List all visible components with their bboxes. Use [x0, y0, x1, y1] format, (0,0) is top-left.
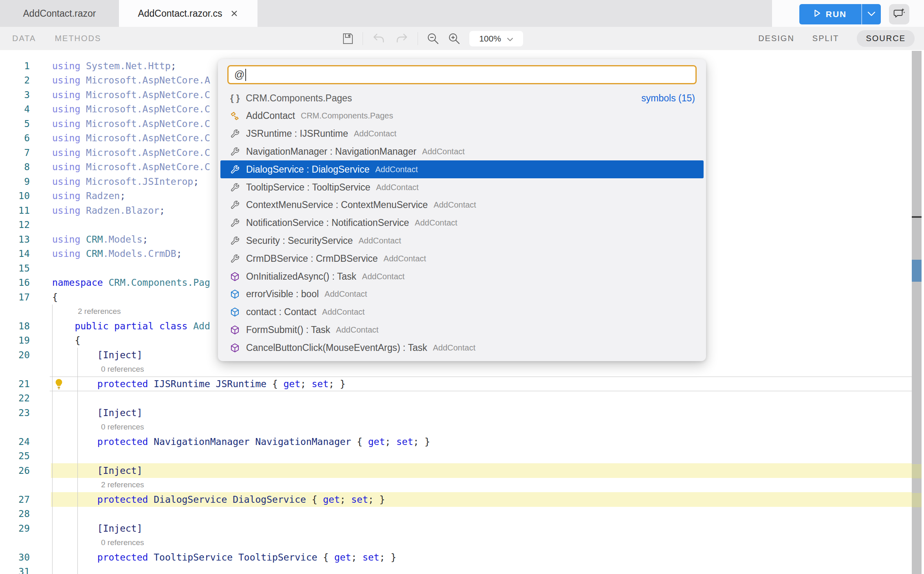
- tab-addcontact-razor-cs[interactable]: AddContact.razor.cs: [119, 0, 257, 27]
- field-icon: [230, 307, 240, 317]
- symbol-item[interactable]: CrmDBService : CrmDBServiceAddContact: [218, 250, 706, 267]
- symbol-label: DialogService : DialogService: [246, 164, 370, 175]
- code-line-content: protected NavigationManager NavigationMa…: [30, 436, 430, 447]
- view-split-button[interactable]: SPLIT: [812, 34, 839, 43]
- line-number: 1: [0, 61, 30, 71]
- code-line-content: using CRM.Models.CrmDB;: [30, 248, 182, 259]
- undo-button[interactable]: [372, 33, 386, 44]
- scrollbar-highlight-marker: [912, 493, 922, 507]
- code-line-row[interactable]: 24 protected NavigationManager Navigatio…: [0, 434, 924, 449]
- line-number: 24: [0, 436, 30, 447]
- line-number: 13: [0, 234, 30, 245]
- run-options-button[interactable]: [861, 4, 881, 24]
- symbol-context: AddContact: [383, 254, 426, 263]
- symbol-context: AddContact: [422, 147, 465, 156]
- line-number: 10: [0, 191, 30, 201]
- codelens-row[interactable]: 0 references: [0, 420, 924, 435]
- code-line-row[interactable]: 31: [0, 565, 924, 574]
- codelens-references-link[interactable]: 2 references: [101, 480, 144, 489]
- symbol-item[interactable]: Security : SecurityServiceAddContact: [218, 232, 706, 250]
- code-line-row[interactable]: 28: [0, 507, 924, 521]
- codelens-row[interactable]: 2 references: [0, 478, 924, 493]
- symbol-item[interactable]: errorVisible : boolAddContact: [218, 285, 706, 303]
- code-line-row[interactable]: 30 protected TooltipService TooltipServi…: [0, 550, 924, 565]
- code-line-content: [Inject]: [30, 407, 143, 418]
- tab-addcontact-razor[interactable]: AddContact.razor: [0, 0, 119, 27]
- run-button[interactable]: RUN: [799, 4, 861, 24]
- symbols-count-link[interactable]: symbols (15): [641, 93, 695, 104]
- code-line-row[interactable]: 25: [0, 449, 924, 464]
- symbol-item[interactable]: DialogService : DialogServiceAddContact: [220, 160, 704, 178]
- close-icon[interactable]: [230, 9, 239, 18]
- tab-bar: AddContact.razor AddContact.razor.cs RUN: [0, 0, 924, 27]
- method-icon: [230, 272, 240, 281]
- symbol-label: CancelButtonClick(MouseEventArgs) : Task: [246, 342, 427, 353]
- line-number: 15: [0, 263, 30, 274]
- codelens-row[interactable]: 0 references: [0, 362, 924, 377]
- symbol-item[interactable]: OnInitializedAsync() : TaskAddContact: [218, 267, 706, 285]
- zoom-out-button[interactable]: [427, 33, 439, 45]
- zoom-level-dropdown[interactable]: 100%: [469, 31, 523, 46]
- symbol-item[interactable]: AddContactCRM.Components.Pages: [218, 107, 706, 125]
- codelens-references-link[interactable]: 0 references: [101, 538, 144, 547]
- symbol-item[interactable]: CancelButtonClick(MouseEventArgs) : Task…: [218, 339, 706, 357]
- code-line-content: using Microsoft.AspNetCore.C: [30, 147, 210, 158]
- ai-chat-button[interactable]: [889, 4, 909, 24]
- symbol-search-input[interactable]: @: [227, 65, 697, 84]
- zoom-out-icon: [427, 33, 439, 45]
- line-number: 7: [0, 147, 30, 158]
- codelens-references-link[interactable]: 2 references: [78, 307, 121, 316]
- app-window: AddContact.razor AddContact.razor.cs RUN: [0, 0, 924, 574]
- save-button[interactable]: [342, 33, 354, 45]
- quick-fix-lightbulb-icon[interactable]: [54, 379, 64, 391]
- symbol-label: Security : SecurityService: [246, 235, 353, 246]
- code-line-row[interactable]: 21 protected IJSRuntime JSRuntime { get;…: [0, 377, 924, 391]
- property-icon: [230, 254, 240, 263]
- symbol-item[interactable]: JSRuntime : IJSRuntimeAddContact: [218, 125, 706, 143]
- zoom-in-button[interactable]: [448, 33, 460, 45]
- codelens-row[interactable]: 0 references: [0, 536, 924, 550]
- line-number: 9: [0, 176, 30, 187]
- code-line-row[interactable]: 22: [0, 391, 924, 406]
- codelens-references-link[interactable]: 0 references: [101, 423, 144, 432]
- chevron-down-icon: [507, 34, 513, 44]
- line-number: 30: [0, 552, 30, 563]
- symbol-context: AddContact: [354, 129, 397, 138]
- line-number: 22: [0, 393, 30, 403]
- line-number: 6: [0, 133, 30, 143]
- symbol-label: OnInitializedAsync() : Task: [246, 271, 356, 282]
- symbol-item[interactable]: TooltipService : TooltipServiceAddContac…: [218, 178, 706, 196]
- symbol-item[interactable]: ContextMenuService : ContextMenuServiceA…: [218, 196, 706, 214]
- symbol-context: AddContact: [433, 343, 475, 353]
- symbol-label: NavigationManager : NavigationManager: [246, 146, 416, 157]
- redo-button[interactable]: [395, 33, 409, 44]
- symbol-item[interactable]: NavigationManager : NavigationManagerAdd…: [218, 143, 706, 161]
- symbol-item[interactable]: NotificationService : NotificationServic…: [218, 214, 706, 232]
- view-design-button[interactable]: DESIGN: [758, 34, 794, 43]
- code-line-row[interactable]: 29 [Inject]: [0, 521, 924, 536]
- codelens-references-link[interactable]: 0 references: [101, 365, 144, 374]
- property-icon: [230, 218, 240, 228]
- tab-methods[interactable]: METHODS: [55, 34, 101, 43]
- code-line-row[interactable]: 27 protected DialogService DialogService…: [0, 492, 924, 507]
- symbol-label: FormSubmit() : Task: [246, 324, 330, 335]
- line-number: 20: [0, 350, 30, 360]
- symbol-item[interactable]: FormSubmit() : TaskAddContact: [218, 321, 706, 339]
- code-line-row[interactable]: 26 [Inject]: [0, 463, 924, 478]
- symbol-context: AddContact: [322, 307, 365, 317]
- zoom-in-icon: [448, 33, 460, 45]
- property-icon: [230, 200, 240, 210]
- line-number: 31: [0, 566, 30, 574]
- scrollbar[interactable]: [912, 51, 922, 574]
- line-number: 28: [0, 508, 30, 519]
- code-line-content: [Inject]: [30, 350, 143, 360]
- property-icon: [230, 236, 240, 245]
- code-line-content: protected TooltipService TooltipService …: [30, 552, 396, 563]
- symbol-item[interactable]: contact : ContactAddContact: [218, 303, 706, 321]
- symbol-label: NotificationService : NotificationServic…: [246, 217, 409, 228]
- tab-data[interactable]: DATA: [12, 34, 36, 43]
- view-source-button[interactable]: SOURCE: [857, 30, 915, 47]
- code-line-row[interactable]: 23 [Inject]: [0, 405, 924, 420]
- symbol-context: AddContact: [325, 289, 367, 299]
- search-query-text: @: [234, 69, 244, 81]
